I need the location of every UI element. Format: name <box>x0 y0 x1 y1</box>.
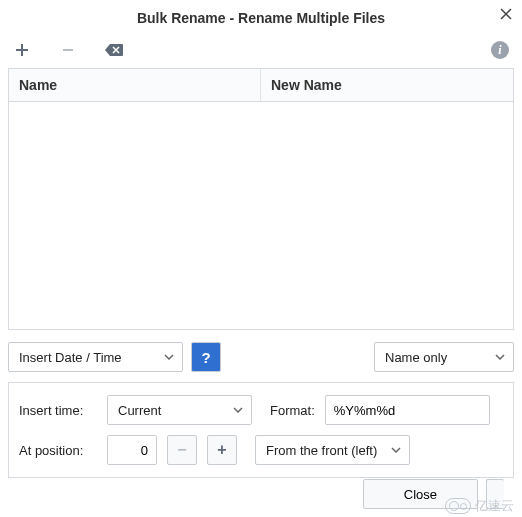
file-table: Name New Name <box>8 68 514 330</box>
info-button[interactable]: i <box>490 40 510 60</box>
chevron-down-icon <box>164 354 174 360</box>
mode-row: Insert Date / Time ? Name only <box>0 330 522 380</box>
chevron-down-icon <box>391 447 401 453</box>
column-name[interactable]: Name <box>9 69 261 101</box>
insert-time-label: Insert time: <box>19 403 97 418</box>
rename-button[interactable] <box>486 479 504 509</box>
chevron-down-icon <box>233 407 243 413</box>
direction-select[interactable]: From the front (left) <box>255 435 410 465</box>
chevron-down-icon <box>495 354 505 360</box>
info-icon: i <box>491 41 509 59</box>
format-label: Format: <box>270 403 315 418</box>
rename-mode-select[interactable]: Insert Date / Time <box>8 342 183 372</box>
column-new-name[interactable]: New Name <box>261 69 513 101</box>
toolbar: i <box>0 36 522 68</box>
scope-select[interactable]: Name only <box>374 342 514 372</box>
position-increment-button[interactable]: + <box>207 435 237 465</box>
close-button[interactable]: Close <box>363 479 478 509</box>
close-icon[interactable] <box>500 8 512 20</box>
remove-file-button[interactable] <box>58 40 78 60</box>
add-file-button[interactable] <box>12 40 32 60</box>
table-header: Name New Name <box>9 69 513 102</box>
options-panel: Insert time: Current Format: At position… <box>8 382 514 478</box>
position-input[interactable] <box>107 435 157 465</box>
title-bar: Bulk Rename - Rename Multiple Files <box>0 0 522 36</box>
position-decrement-button[interactable]: − <box>167 435 197 465</box>
position-label: At position: <box>19 443 97 458</box>
clear-all-button[interactable] <box>104 40 124 60</box>
footer: Close <box>363 479 504 509</box>
insert-time-select[interactable]: Current <box>107 395 252 425</box>
window-title: Bulk Rename - Rename Multiple Files <box>137 10 385 26</box>
format-input[interactable] <box>325 395 490 425</box>
help-button[interactable]: ? <box>191 342 221 372</box>
